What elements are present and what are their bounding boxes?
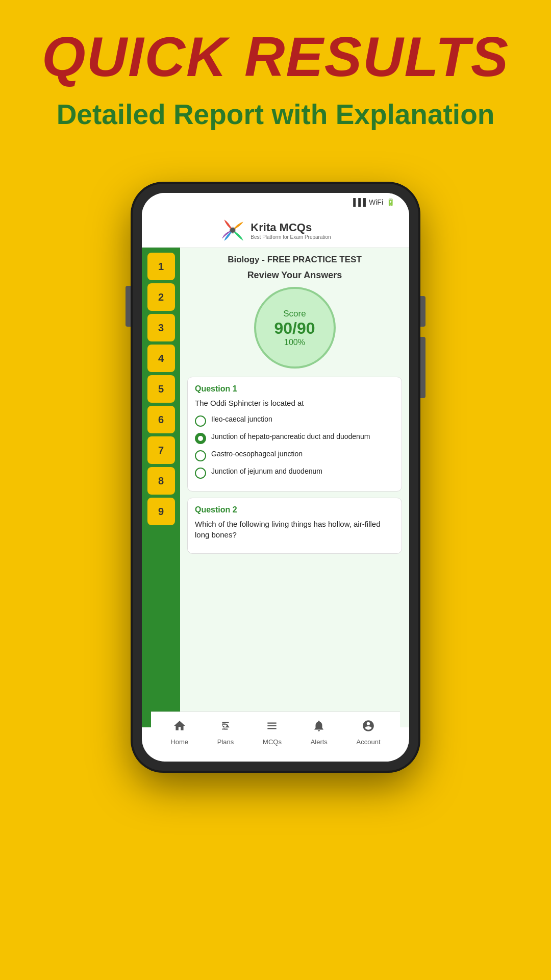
question-num-9[interactable]: 9 [147, 498, 175, 525]
main-content[interactable]: Biology - FREE PRACTICE TEST Review Your… [180, 248, 409, 727]
account-icon [362, 719, 375, 736]
radio-1a[interactable] [195, 415, 206, 427]
question-1-text: The Oddi Sphincter is located at [195, 398, 394, 408]
question-num-2[interactable]: 2 [147, 283, 175, 311]
bell-icon [312, 719, 325, 736]
phone-mockup: ▐▐▐ WiFi 🔋 [133, 184, 418, 771]
nav-mcqs[interactable]: MCQs [263, 719, 282, 746]
radio-inner-1b [198, 436, 203, 441]
question-num-6[interactable]: 6 [147, 406, 175, 433]
question-num-5[interactable]: 5 [147, 375, 175, 403]
option-text-1a: Ileo-caecal junction [211, 414, 272, 425]
option-row-1d[interactable]: Junction of jejunum and duodenum [195, 467, 394, 479]
question-sidebar: 1 2 3 4 5 6 7 8 9 [142, 248, 180, 727]
question-num-8[interactable]: 8 [147, 467, 175, 495]
question-num-4[interactable]: 4 [147, 345, 175, 372]
logo-tagline: Best Platform for Exam Preparation [251, 234, 331, 240]
detailed-report-subtitle: Detailed Report with Explanation [0, 97, 551, 131]
option-text-1d: Junction of jejunum and duodenum [211, 467, 322, 477]
svg-point-1 [230, 228, 235, 233]
top-section: QUICK RESULTS Detailed Report with Expla… [0, 0, 551, 131]
bottom-nav: Home Plans MCQs [151, 712, 400, 752]
screen-content: 1 2 3 4 5 6 7 8 9 Biology - FREE PRACTIC… [142, 248, 409, 727]
radio-1c[interactable] [195, 450, 206, 461]
question-num-3[interactable]: 3 [147, 314, 175, 341]
score-label: Score [283, 309, 306, 319]
option-text-1b: Junction of hepato-pancreatic duct and d… [211, 432, 370, 442]
signal-icon: ▐▐▐ [350, 198, 366, 206]
option-row-1c[interactable]: Gastro-oesophageal junction [195, 449, 394, 461]
score-circle: Score 90/90 100% [254, 287, 336, 369]
nav-home-label: Home [170, 738, 188, 746]
logo-pinwheel-icon [220, 217, 245, 243]
wifi-icon: WiFi [369, 198, 383, 206]
phone-frame: ▐▐▐ WiFi 🔋 [133, 184, 418, 771]
radio-1d[interactable] [195, 468, 206, 479]
status-bar: ▐▐▐ WiFi 🔋 [142, 193, 409, 211]
mcqs-icon [265, 719, 279, 736]
question-card-1: Question 1 The Oddi Sphincter is located… [187, 377, 402, 492]
question-1-heading: Question 1 [195, 384, 394, 394]
volume-right-button [420, 337, 425, 398]
rupee-icon [219, 719, 232, 736]
option-row-1a[interactable]: Ileo-caecal junction [195, 414, 394, 427]
review-title: Review Your Answers [187, 270, 402, 281]
logo-name: Krita MCQs [251, 221, 331, 234]
option-row-1b[interactable]: Junction of hepato-pancreatic duct and d… [195, 432, 394, 444]
question-num-7[interactable]: 7 [147, 436, 175, 464]
nav-home[interactable]: Home [170, 719, 188, 746]
volume-button [126, 286, 131, 327]
status-icons: ▐▐▐ WiFi 🔋 [350, 198, 395, 206]
nav-alerts[interactable]: Alerts [311, 719, 328, 746]
app-header: Krita MCQs Best Platform for Exam Prepar… [142, 211, 409, 248]
question-card-2: Question 2 Which of the following living… [187, 498, 402, 554]
score-circle-wrapper: Score 90/90 100% [187, 287, 402, 369]
nav-alerts-label: Alerts [311, 738, 328, 746]
question-2-text: Which of the following living things has… [195, 519, 394, 540]
nav-account[interactable]: Account [357, 719, 381, 746]
radio-1b[interactable] [195, 433, 206, 444]
home-icon [173, 719, 186, 736]
nav-mcqs-label: MCQs [263, 738, 282, 746]
option-text-1c: Gastro-oesophageal junction [211, 449, 303, 459]
battery-icon: 🔋 [386, 198, 395, 206]
nav-plans[interactable]: Plans [217, 719, 234, 746]
logo-text: Krita MCQs Best Platform for Exam Prepar… [251, 221, 331, 240]
subject-title: Biology - FREE PRACTICE TEST [187, 255, 402, 265]
question-2-heading: Question 2 [195, 505, 394, 514]
question-num-1[interactable]: 1 [147, 253, 175, 280]
nav-account-label: Account [357, 738, 381, 746]
logo-area: Krita MCQs Best Platform for Exam Prepar… [220, 217, 331, 243]
score-percent: 100% [284, 338, 305, 347]
power-button [420, 296, 425, 327]
phone-screen: ▐▐▐ WiFi 🔋 [142, 193, 409, 762]
quick-results-title: QUICK RESULTS [0, 26, 551, 87]
score-value: 90/90 [274, 319, 315, 338]
nav-plans-label: Plans [217, 738, 234, 746]
